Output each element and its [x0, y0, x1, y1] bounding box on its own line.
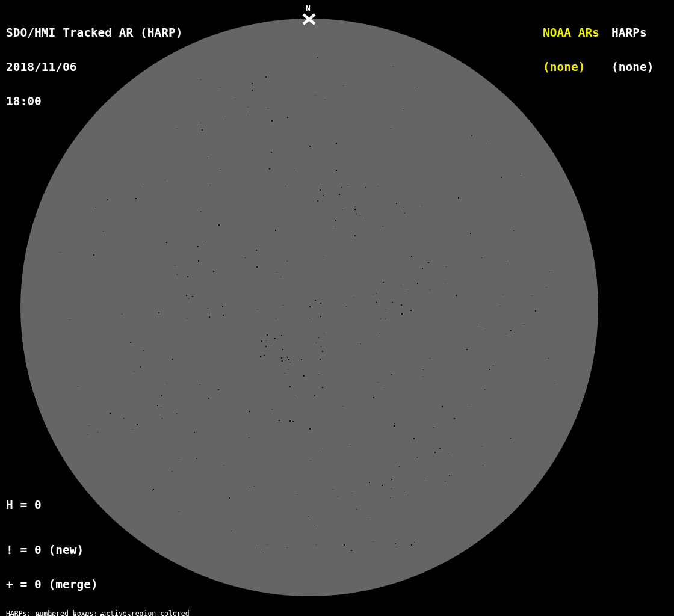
- harps-value: (none): [611, 61, 654, 73]
- harps-label: HARPs: [611, 27, 654, 38]
- observation-date: 2018/11/06: [6, 61, 183, 73]
- harps-status: HARPs (none): [611, 4, 654, 96]
- legend-item-new: ! = 0 (new): [6, 544, 140, 556]
- caption-harps: HARPs: numbered boxes; active region col…: [6, 610, 248, 616]
- legend-item-merge: + = 0 (merge): [6, 579, 140, 590]
- page-title: SDO/HMI Tracked AR (HARP): [6, 27, 183, 38]
- caption: HARPs: numbered boxes; active region col…: [6, 596, 248, 616]
- observation-time: 18:00: [6, 96, 183, 107]
- harp-frame: SDO/HMI Tracked AR (HARP) 2018/11/06 18:…: [0, 0, 674, 616]
- noaa-ars-value: (none): [543, 61, 599, 73]
- noaa-ars-status: NOAA ARs (none): [543, 4, 599, 96]
- header: SDO/HMI Tracked AR (HARP) 2018/11/06 18:…: [6, 4, 183, 130]
- north-cross-icon: [301, 13, 317, 25]
- north-label: N: [306, 4, 311, 13]
- noaa-ars-label: NOAA ARs: [543, 27, 599, 38]
- harp-count: H = 0: [6, 499, 42, 511]
